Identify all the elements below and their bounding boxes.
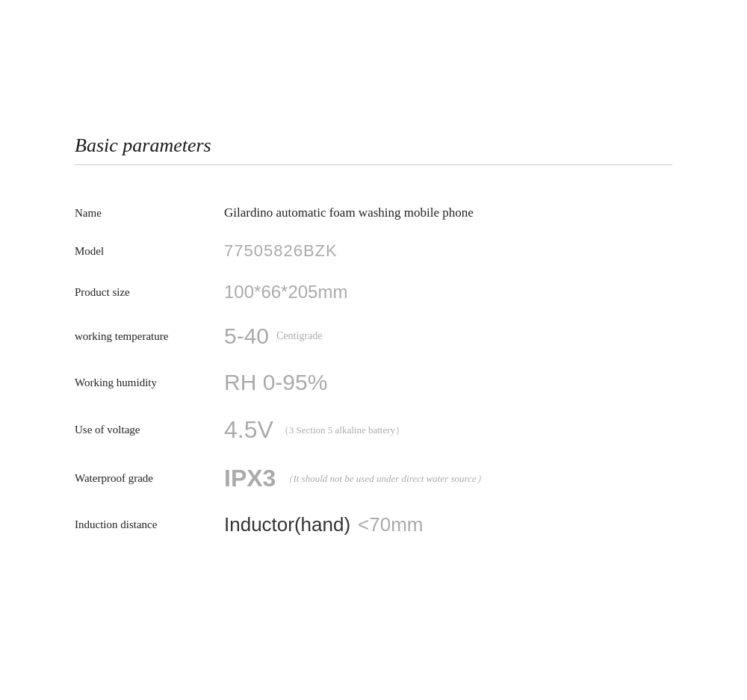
param-label-name: Name [75,195,224,231]
table-row: Working humidity RH 0-95% [75,359,672,406]
param-value-product-size: 100*66*205mm [224,271,672,313]
page-container: Basic parameters Name Gilardino automati… [0,0,747,700]
table-row: Induction distance Inductor(hand) <70mm [75,503,672,547]
param-value-model: 77505826BZK [224,231,672,271]
param-label-model: Model [75,231,224,271]
param-value-name: Gilardino automatic foam washing mobile … [224,195,672,231]
param-label-induction-distance: Induction distance [75,503,224,547]
table-row: Waterproof grade IPX3 （It should not be … [75,454,672,503]
param-value-use-of-voltage: 4.5V （3 Section 5 alkaline battery） [224,406,672,454]
param-label-working-humidity: Working humidity [75,359,224,406]
param-label-use-of-voltage: Use of voltage [75,406,224,454]
param-value-waterproof-grade: IPX3 （It should not be used under direct… [224,454,672,503]
param-value-induction-distance: Inductor(hand) <70mm [224,503,672,547]
param-label-working-temperature: working temperature [75,313,224,359]
table-row: Name Gilardino automatic foam washing mo… [75,195,672,231]
params-table: Name Gilardino automatic foam washing mo… [75,195,672,547]
param-value-working-humidity: RH 0-95% [224,359,672,406]
table-row: working temperature 5-40 Centigrade [75,313,672,359]
table-row: Use of voltage 4.5V （3 Section 5 alkalin… [75,406,672,454]
section-title: Basic parameters [75,134,672,157]
table-row: Product size 100*66*205mm [75,271,672,313]
table-row: Model 77505826BZK [75,231,672,271]
param-label-product-size: Product size [75,271,224,313]
param-label-waterproof-grade: Waterproof grade [75,454,224,503]
param-value-working-temperature: 5-40 Centigrade [224,313,672,359]
section-divider [75,164,672,165]
